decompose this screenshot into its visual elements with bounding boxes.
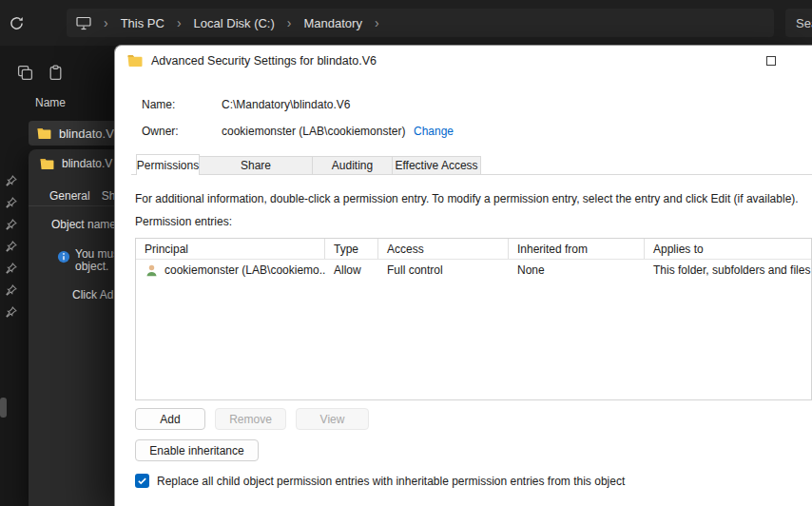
breadcrumb-item-this-pc[interactable]: This PC xyxy=(121,16,164,30)
properties-dialog-title-text: blindato.V xyxy=(62,157,112,170)
cell-principal: cookiemonster (LAB\cookiemo... xyxy=(164,263,325,277)
permissions-info-text: For additional information, double-click… xyxy=(135,192,808,205)
column-header-principal[interactable]: Principal xyxy=(136,239,325,259)
remove-button[interactable]: Remove xyxy=(215,408,286,430)
folder-icon xyxy=(127,54,143,68)
dialog-tab-strip: Permissions Share Auditing Effective Acc… xyxy=(136,154,481,175)
properties-dialog-title: blindato.V xyxy=(40,157,112,170)
owner-value: cookiemonster (LAB\cookiemonster) xyxy=(222,125,405,138)
tab-effective-access[interactable]: Effective Access xyxy=(392,156,481,175)
column-header-inherited-from[interactable]: Inherited from xyxy=(509,239,645,259)
add-button[interactable]: Add xyxy=(135,408,205,430)
view-button[interactable]: View xyxy=(296,408,369,430)
address-bar[interactable]: › This PC › Local Disk (C:) › Mandatory … xyxy=(67,9,774,37)
paste-icon[interactable] xyxy=(48,65,65,82)
user-icon xyxy=(145,263,159,278)
pin-icon[interactable] xyxy=(6,261,19,274)
properties-click-text: Click Ad xyxy=(72,288,113,302)
replace-permissions-checkbox[interactable] xyxy=(135,474,149,488)
scrollbar-thumb[interactable] xyxy=(0,398,7,418)
enable-inheritance-button[interactable]: Enable inheritance xyxy=(135,439,259,461)
pin-icon[interactable] xyxy=(6,195,19,208)
breadcrumb-chevron-icon: › xyxy=(177,16,182,29)
permission-entries-label: Permission entries: xyxy=(135,215,232,228)
file-list-header-name[interactable]: Name xyxy=(35,96,66,109)
breadcrumb-item-mandatory[interactable]: Mandatory xyxy=(304,16,362,30)
tab-auditing[interactable]: Auditing xyxy=(312,156,393,175)
advanced-security-settings-dialog: Advanced Security Settings for blindato.… xyxy=(114,45,812,506)
cell-inherited-from: None xyxy=(509,260,645,281)
pin-icon[interactable] xyxy=(6,173,19,186)
change-owner-link[interactable]: Change xyxy=(414,125,454,138)
pin-icon[interactable] xyxy=(6,282,19,296)
checkmark-icon xyxy=(137,476,147,486)
breadcrumb-chevron-icon: › xyxy=(104,16,108,29)
name-label: Name: xyxy=(142,98,175,111)
tab-share[interactable]: Share xyxy=(199,156,313,175)
owner-label: Owner: xyxy=(142,125,179,138)
explorer-title-bar: › This PC › Local Disk (C:) › Mandatory … xyxy=(0,0,812,46)
file-row-selected[interactable]: blindato.V6 xyxy=(29,121,114,146)
dialog-title: Advanced Security Settings for blindato.… xyxy=(151,54,377,68)
pin-icon[interactable] xyxy=(6,304,19,318)
object-name-label: Object name: xyxy=(51,218,114,231)
copy-icon[interactable] xyxy=(17,65,34,82)
search-box-text: Sea xyxy=(796,16,812,30)
file-name: blindato.V6 xyxy=(59,126,114,141)
info-icon xyxy=(57,250,70,266)
breadcrumb-chevron-icon: › xyxy=(287,16,292,29)
tab-sharing[interactable]: Sha xyxy=(102,189,114,203)
cell-type: Allow xyxy=(325,260,378,281)
folder-icon xyxy=(37,127,51,140)
table-row[interactable]: cookiemonster (LAB\cookiemo... Allow Ful… xyxy=(136,260,811,281)
column-header-access[interactable]: Access xyxy=(378,239,509,259)
replace-permissions-checkbox-label[interactable]: Replace all child object permission entr… xyxy=(157,475,625,488)
table-header-row: Principal Type Access Inherited from App… xyxy=(136,239,811,260)
breadcrumb-item-local-disk-c[interactable]: Local Disk (C:) xyxy=(194,16,275,30)
name-value: C:\Mandatory\blindato.V6 xyxy=(222,98,350,111)
pin-icon[interactable] xyxy=(6,217,19,230)
properties-dialog: blindato.V General Sha Object name: You … xyxy=(29,149,114,506)
this-pc-icon xyxy=(76,16,91,30)
properties-info-text: You mus object. xyxy=(75,248,114,273)
maximize-icon xyxy=(766,56,776,66)
breadcrumb-chevron-icon: › xyxy=(375,16,379,29)
column-header-type[interactable]: Type xyxy=(325,239,378,259)
maximize-button[interactable] xyxy=(761,51,782,70)
permission-entries-table: Principal Type Access Inherited from App… xyxy=(135,238,812,400)
tab-general[interactable]: General xyxy=(49,189,90,203)
refresh-icon[interactable] xyxy=(9,15,26,32)
column-header-applies-to[interactable]: Applies to xyxy=(645,239,811,259)
pin-icon[interactable] xyxy=(6,239,19,252)
tab-permissions[interactable]: Permissions xyxy=(136,154,200,175)
cell-access: Full control xyxy=(378,260,509,281)
tab-divider xyxy=(29,205,114,206)
cell-applies-to: This folder, subfolders and files xyxy=(645,260,811,281)
search-box[interactable]: Sea xyxy=(785,9,812,37)
folder-icon xyxy=(40,158,54,170)
